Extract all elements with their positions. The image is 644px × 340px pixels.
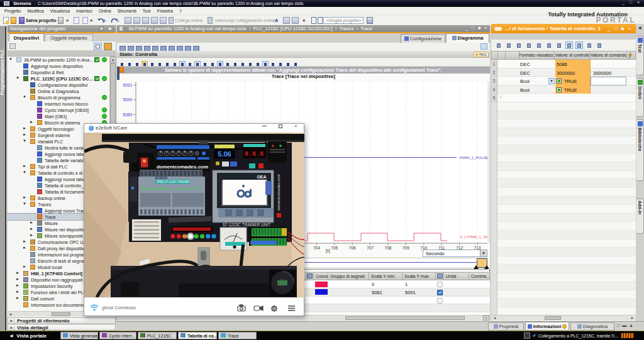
svg-text:706: 706	[349, 246, 356, 250]
svg-text:domenicomadeo.com: domenicomadeo.com	[157, 164, 208, 170]
svg-text:SPED ST-1215C TRAINER: SPED ST-1215C TRAINER	[157, 180, 190, 184]
svg-text:SIEMENS: SIEMENS	[155, 177, 167, 180]
svg-text:5089: 5089	[123, 112, 133, 117]
svg-text:708: 708	[385, 246, 392, 250]
svg-text:[s]: [s]	[326, 248, 330, 253]
svg-text:709: 709	[402, 246, 409, 250]
svg-text:705: 705	[331, 246, 338, 250]
svg-text:domenicomadeo.com: domenicomadeo.com	[277, 174, 280, 210]
svg-text:5090: 5090	[123, 97, 133, 102]
svg-text:707: 707	[367, 246, 374, 250]
svg-text:PWM_1_PULSE: PWM_1_PULSE	[460, 155, 489, 160]
svg-text:I1.1 PWM_1_SIM: I1.1 PWM_1_SIM	[460, 234, 490, 239]
svg-text:5091: 5091	[123, 83, 133, 87]
svg-text:5.06: 5.06	[218, 150, 231, 158]
svg-text:GEA: GEA	[257, 175, 266, 179]
svg-text:704: 704	[313, 246, 320, 250]
svg-text:S7-1215C TRAINER UNIT: S7-1215C TRAINER UNIT	[223, 222, 270, 227]
svg-text:8.8.8: 8.8.8	[245, 151, 264, 158]
